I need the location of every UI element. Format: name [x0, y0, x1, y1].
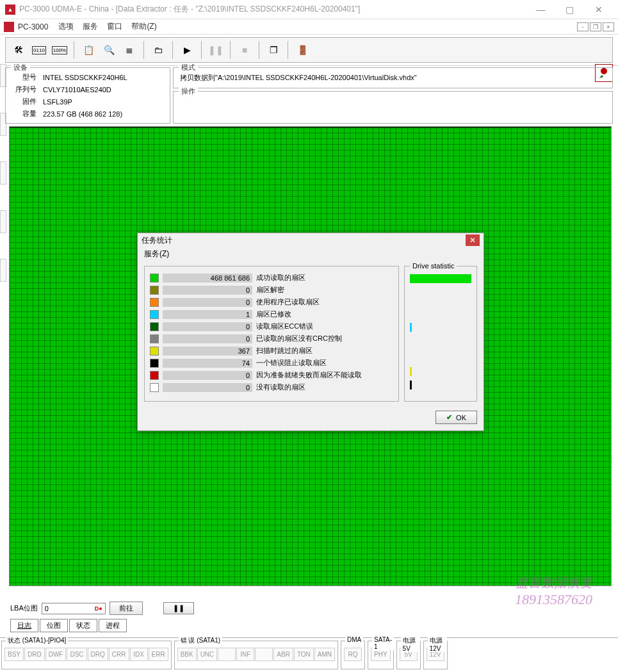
hex-icon[interactable]: 0110 [30, 41, 48, 59]
stat-value: 74 [163, 359, 252, 368]
hex-indicator-icon: D● [95, 605, 102, 612]
status-group: 状态 (SATA1)-[PIO4]BSYDRDDWFDSCDRQCRRIDXER… [1, 641, 172, 669]
stat-color-swatch [150, 359, 159, 368]
close-button[interactable]: ✕ [584, 1, 613, 19]
dialog-close-button[interactable]: ✕ [466, 234, 480, 246]
stat-label: 读取扇区ECC错误 [256, 322, 313, 331]
menu-options[interactable]: 选项 [58, 21, 74, 32]
status-group: 错 误 (SATA1)BBKUNC INF ABRTONAMN [174, 641, 338, 669]
menu-window[interactable]: 窗口 [107, 21, 122, 32]
folder-icon[interactable]: 🗀 [149, 41, 167, 59]
menu-help[interactable]: 帮助(Z) [131, 21, 156, 32]
status-group: 电源 5V5V [396, 641, 421, 669]
status-cell: DWF [45, 648, 67, 661]
stat-row: 0 读取扇区ECC错误 [150, 322, 393, 331]
status-cell: TON [294, 648, 314, 661]
drive-tick-cyan [410, 323, 412, 332]
pause-small-button[interactable]: ❚❚ [163, 602, 194, 614]
stat-color-swatch [150, 322, 159, 331]
device-panel-title: 设备 [11, 63, 30, 72]
mdi-minimize-button[interactable]: - [577, 22, 589, 31]
device-value: 223.57 GB (468 862 128) [40, 108, 130, 119]
goto-button[interactable]: 前往 [110, 602, 143, 615]
status-group-title: 状态 (SATA1)-[PIO4] [6, 636, 68, 645]
status-cell: DSC [67, 648, 86, 661]
mdi-restore-button[interactable]: ❐ [590, 22, 601, 31]
dialog-menu-services[interactable]: 服务(Z) [138, 247, 484, 263]
stat-row: 74 一个错误阻止读取扇区 [150, 358, 393, 368]
mdi-close-button[interactable]: × [603, 22, 614, 31]
device-value: INTEL SSDSCKKF240H6L [40, 72, 130, 83]
logo-icon [4, 22, 14, 32]
status-cell: DRD [24, 648, 45, 661]
status-group-title: 电源 12V [428, 636, 447, 652]
stat-label: 扇区解密 [256, 285, 284, 295]
tab-进程[interactable]: 进程 [99, 619, 127, 632]
stat-value: 0 [163, 286, 252, 295]
menu-services[interactable]: 服务 [83, 21, 98, 32]
tab-状态[interactable]: 状态 [69, 619, 97, 632]
statusbar: 状态 (SATA1)-[PIO4]BSYDRDDWFDSCDRQCRRIDXER… [0, 637, 618, 672]
pause-button[interactable]: ❚❚ [207, 41, 225, 59]
app-icon: ▲ [5, 4, 15, 15]
tools-icon[interactable]: 🛠 [10, 41, 28, 59]
stat-label: 已读取的扇区没有CRC控制 [256, 334, 342, 343]
status-cell: ERR [149, 648, 168, 661]
list-icon[interactable]: ≣ [120, 41, 138, 59]
operation-panel-title: 操作 [179, 86, 198, 96]
status-group: DMARQ [341, 641, 365, 669]
stat-label: 扇区已修改 [256, 309, 291, 319]
status-cell: BBK [177, 648, 197, 661]
binoculars-icon[interactable]: 🔍 [100, 41, 118, 59]
mode-text: 拷贝数据到"A:\2019\INTEL SSDSCKKF240H6L-20200… [179, 70, 607, 85]
status-group-title: 电源 5V [401, 636, 420, 652]
status-cell: INF [236, 648, 254, 661]
status-group-title: SATA-1 [372, 636, 394, 650]
exit-icon[interactable]: 🚪 [293, 41, 311, 59]
tab-日志[interactable]: 日志 [10, 619, 38, 632]
ok-label: OK [456, 414, 466, 422]
stat-row: 367 扫描时跳过的扇区 [150, 346, 393, 356]
window-titlebar: ▲ PC-3000 UDMA-E - China - [Data Extract… [0, 0, 618, 19]
stat-color-swatch [150, 274, 159, 283]
stat-label: 因为准备就绪失败而扇区不能读取 [256, 370, 362, 380]
stat-row: 1 扇区已修改 [150, 309, 393, 319]
stat-value: 0 [163, 298, 252, 307]
minimize-button[interactable]: — [526, 1, 555, 19]
status-cell: DRQ [88, 648, 108, 661]
maximize-button[interactable]: ▢ [555, 1, 584, 19]
status-cell: IDX [130, 648, 148, 661]
status-cell: UNC [197, 648, 218, 661]
stat-value: 0 [163, 383, 252, 392]
stat-row: 0 扇区解密 [150, 285, 393, 295]
stat-value: 1 [163, 310, 252, 319]
status-group: SATA-1PHY [368, 641, 394, 669]
stat-color-swatch [150, 310, 159, 319]
dialog-title: 任务统计 [142, 235, 466, 246]
lba-input[interactable]: 0 D● [42, 603, 106, 614]
stat-color-swatch [150, 383, 159, 392]
menubar: PC-3000 选项 服务 窗口 帮助(Z) - ❐ × [0, 19, 618, 35]
percent-icon[interactable]: 100% [51, 41, 69, 59]
stat-color-swatch [150, 347, 159, 356]
stat-color-swatch [150, 286, 159, 295]
stat-value: 0 [163, 322, 252, 331]
gear-icon[interactable]: 📋 [79, 41, 97, 59]
device-key: 固件 [12, 96, 39, 107]
lba-label: LBA位图 [10, 603, 38, 613]
drive-tick-black [410, 381, 412, 389]
copy-icon[interactable]: ❐ [264, 41, 282, 59]
status-group-title: 错 误 (SATA1) [179, 636, 222, 645]
tab-位图[interactable]: 位图 [40, 619, 68, 632]
toolbar: 🛠 0110 100% 📋 🔍 ≣ 🗀 ▶ ❚❚ ■ ❐ 🚪 [5, 37, 613, 63]
stat-color-swatch [150, 334, 159, 343]
play-button[interactable]: ▶ [178, 41, 196, 59]
check-icon: ✔ [446, 413, 452, 422]
stat-row: 468 861 686 成功读取的扇区 [150, 273, 393, 283]
status-cell: AMN [314, 648, 335, 661]
status-group: 电源 12V12V [423, 641, 448, 669]
stop-button[interactable]: ■ [236, 41, 254, 59]
stat-label: 扫描时跳过的扇区 [256, 346, 313, 356]
stat-row: 0 没有读取的扇区 [150, 382, 393, 392]
ok-button[interactable]: ✔ OK [435, 411, 477, 424]
